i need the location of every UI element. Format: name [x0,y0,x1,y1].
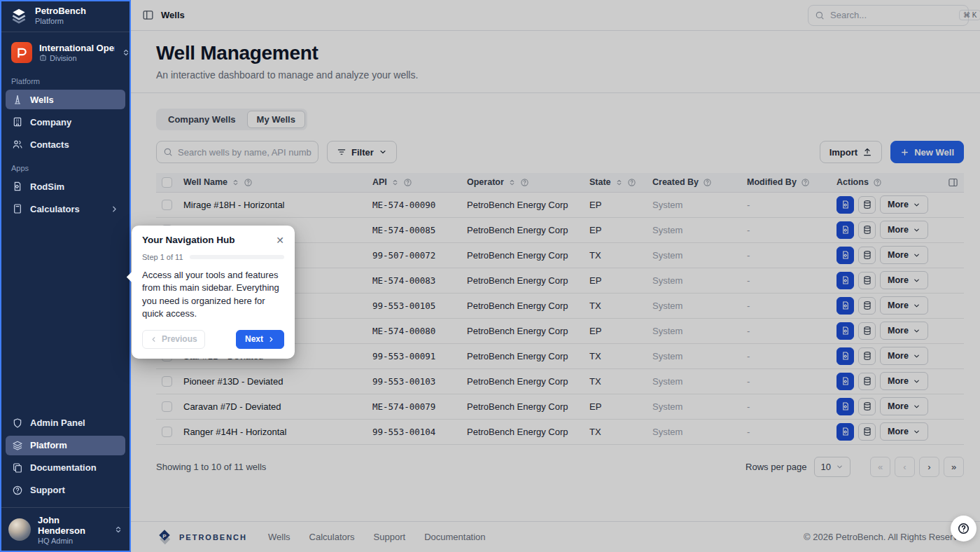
wells-search-input[interactable] [178,147,312,158]
wells-tabs: Company Wells My Wells [156,109,307,130]
well-name-cell[interactable]: Ranger #14H - Horizontal [178,419,367,444]
row-checkbox[interactable] [162,427,172,437]
tour-next-button[interactable]: Next [236,330,284,349]
column-api[interactable]: API [372,177,387,187]
sidebar-item-contacts[interactable]: Contacts [6,134,125,154]
rodsim-action-button[interactable] [836,347,854,365]
state-cell: EP [584,217,647,242]
column-well-name[interactable]: Well Name [183,177,227,187]
help-icon[interactable] [403,178,412,187]
sidebar-item-rodsim[interactable]: RodSim [6,177,125,196]
filter-button[interactable]: Filter [327,141,397,163]
database-action-button[interactable] [858,322,876,340]
sidebar-item-company[interactable]: Company [6,112,125,132]
sidebar-item-documentation[interactable]: Documentation [6,458,125,478]
database-action-button[interactable] [858,398,876,415]
wells-search[interactable] [156,141,318,163]
help-icon[interactable] [520,178,529,187]
column-operator[interactable]: Operator [467,177,504,187]
rodsim-action-button[interactable] [836,297,854,315]
global-search-input[interactable] [830,10,953,20]
help-icon[interactable] [703,178,712,187]
sidebar-toggle-icon[interactable] [142,9,154,21]
well-name-cell[interactable]: Caravan #7D - Deviated [178,394,367,419]
more-button[interactable]: More [880,322,928,340]
more-button[interactable]: More [880,246,928,264]
table-row[interactable]: Mirage #18H - Horizontal ME-574-00090 Pe… [156,192,964,217]
help-icon[interactable] [627,178,636,187]
row-checkbox[interactable] [162,401,172,412]
tour-body-text: Access all your tools and features from … [142,269,284,321]
tab-my-wells[interactable]: My Wells [247,111,305,128]
database-action-button[interactable] [858,272,876,289]
org-switcher[interactable]: International Operatio Division [6,38,125,67]
sort-icon[interactable] [232,178,239,187]
sidebar-item-support[interactable]: Support [6,481,125,500]
row-checkbox[interactable] [162,200,172,210]
close-icon[interactable]: ✕ [276,235,284,245]
more-button[interactable]: More [880,296,928,315]
rodsim-action-button[interactable] [836,272,854,289]
database-action-button[interactable] [858,347,876,365]
well-name-cell[interactable]: Pioneer #13D - Deviated [178,368,367,394]
row-checkbox[interactable] [162,376,172,387]
sort-icon[interactable] [615,178,623,187]
database-action-button[interactable] [858,196,876,214]
more-button[interactable]: More [880,347,928,365]
more-button[interactable]: More [880,195,928,214]
next-page-button[interactable]: › [919,457,939,477]
table-row[interactable]: Ranger #14H - Horizontal 99-553-00104 Pe… [156,419,964,444]
brand-header: PetroBench Platform [0,0,131,32]
sort-icon[interactable] [508,178,516,187]
new-well-button[interactable]: New Well [890,141,964,163]
rodsim-action-button[interactable] [836,196,854,214]
column-state[interactable]: State [589,177,611,187]
more-button[interactable]: More [880,221,928,239]
rodsim-action-button[interactable] [836,423,854,441]
select-all-checkbox[interactable] [162,177,172,188]
help-icon[interactable] [873,178,882,187]
footer-link-documentation[interactable]: Documentation [424,532,485,542]
database-action-button[interactable] [858,423,876,441]
database-action-button[interactable] [858,221,876,239]
sidebar-item-calculators[interactable]: Calculators [6,199,125,219]
sidebar-item-label: RodSim [30,181,64,192]
rodsim-action-button[interactable] [836,247,854,264]
more-button[interactable]: More [880,397,928,415]
tour-previous-button[interactable]: Previous [142,330,205,349]
well-name-cell[interactable]: Mirage #18H - Horizontal [178,192,367,217]
database-action-button[interactable] [858,373,876,390]
sidebar-item-wells[interactable]: Wells [6,90,125,109]
tab-company-wells[interactable]: Company Wells [158,111,246,128]
footer-link-wells[interactable]: Wells [268,532,290,542]
rodsim-action-button[interactable] [836,398,854,415]
sort-icon[interactable] [391,178,399,187]
sidebar-item-admin-panel[interactable]: Admin Panel [6,413,125,433]
database-icon [862,351,872,361]
more-button[interactable]: More [880,372,928,390]
first-page-button[interactable]: « [870,457,890,477]
help-icon[interactable] [801,178,810,187]
column-settings-icon[interactable] [948,177,958,188]
help-icon[interactable] [244,178,253,187]
rodsim-action-button[interactable] [836,221,854,239]
table-row[interactable]: Caravan #7D - Deviated ME-574-00079 Petr… [156,394,964,419]
sidebar-item-platform[interactable]: Platform [6,436,125,455]
more-button[interactable]: More [880,271,928,289]
footer-link-calculators[interactable]: Calculators [309,532,355,542]
help-fab-button[interactable] [951,516,976,541]
footer-link-support[interactable]: Support [374,532,406,542]
rodsim-action-button[interactable] [836,373,854,390]
more-button[interactable]: More [880,422,928,441]
chevron-left-icon [150,336,158,343]
user-menu[interactable]: John Henderson HQ Admin [0,507,131,552]
database-action-button[interactable] [858,297,876,315]
global-search[interactable]: ⌘ K [808,5,969,26]
rows-per-page-select[interactable]: 10 [814,457,850,477]
rodsim-action-button[interactable] [836,322,854,340]
import-button[interactable]: Import [820,141,882,163]
table-row[interactable]: Pioneer #13D - Deviated 99-553-00103 Pet… [156,368,964,394]
database-action-button[interactable] [858,247,876,264]
prev-page-button[interactable]: ‹ [895,457,915,477]
last-page-button[interactable]: » [944,457,964,477]
